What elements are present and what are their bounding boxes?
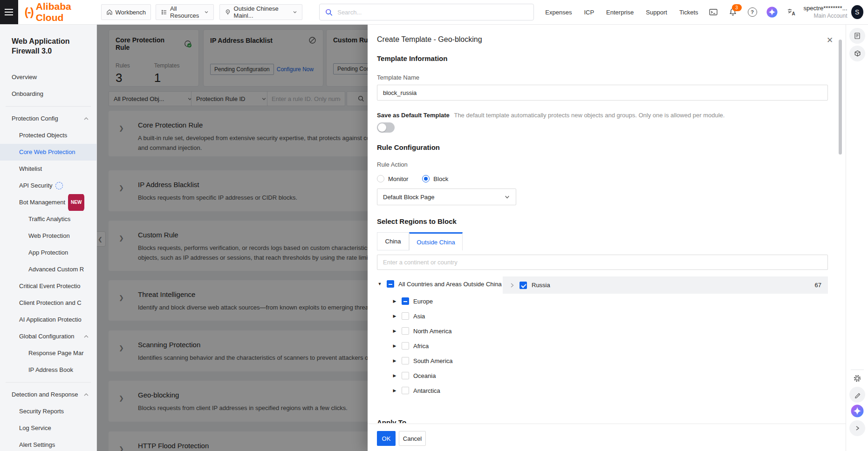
radio-block[interactable]: Block <box>422 175 448 182</box>
checkbox-indeterminate[interactable] <box>402 297 409 305</box>
sidebar-item-ai-application-protection[interactable]: AI Application Protectio <box>0 311 96 328</box>
sidebar-item-onboarding[interactable]: Onboarding <box>0 86 96 102</box>
nav-link-enterprise[interactable]: Enterprise <box>606 9 634 16</box>
help-icon[interactable]: ? <box>747 7 758 18</box>
selected-country-row[interactable]: Russia 67 <box>503 276 828 294</box>
global-search[interactable] <box>319 4 534 20</box>
notifications-bell-icon[interactable]: 3 <box>727 7 738 18</box>
cancel-button[interactable]: Cancel <box>399 431 426 446</box>
template-name-input[interactable] <box>377 85 828 101</box>
sidebar-group-global-configuration[interactable]: Global Configuration <box>0 328 96 345</box>
sidebar-group-detection-and-response[interactable]: Detection and Response <box>0 386 96 403</box>
tree-item-europe[interactable]: ▶ Europe <box>392 294 502 309</box>
tree-root-row[interactable]: ▼ All Countries and Areas Outside China <box>377 276 502 291</box>
workbench-button[interactable]: Workbench <box>101 4 151 20</box>
checkbox-indeterminate[interactable] <box>387 280 394 288</box>
sidebar-item-web-protection[interactable]: Web Protection <box>0 228 96 244</box>
sidebar-item-core-web-protection[interactable]: Core Web Protection <box>0 144 96 161</box>
block-page-select[interactable]: Default Block Page <box>377 188 516 205</box>
hamburger-menu-icon[interactable] <box>0 0 18 24</box>
sidebar-item-ip-address-book[interactable]: IP Address Book <box>0 362 96 378</box>
language-translate-icon[interactable]: A <box>786 7 797 18</box>
avatar[interactable]: S <box>851 5 863 19</box>
checkbox-unchecked[interactable] <box>402 312 409 320</box>
checkbox-checked[interactable] <box>519 282 527 289</box>
alibaba-cloud-logo[interactable]: (-) Alibaba Cloud <box>25 1 93 23</box>
checkbox-unchecked[interactable] <box>402 387 409 394</box>
account-menu[interactable]: spectre********... Main Account <box>804 5 847 20</box>
checkbox-unchecked[interactable] <box>402 372 409 379</box>
caret-collapsed-icon[interactable]: ▶ <box>392 299 397 303</box>
ok-button[interactable]: OK <box>377 431 396 446</box>
sidebar-item-security-reports[interactable]: Security Reports <box>0 403 96 420</box>
sidebar-item-whitelist[interactable]: Whitelist <box>0 161 96 177</box>
docs-panel-icon[interactable] <box>849 28 865 44</box>
nav-link-tickets[interactable]: Tickets <box>679 9 698 16</box>
tree-item-oceania[interactable]: ▶ Oceania <box>392 368 502 383</box>
sidebar-item-log-service[interactable]: Log Service <box>0 420 96 437</box>
sidebar-item-critical-event-protection[interactable]: Critical Event Protectio <box>0 278 96 295</box>
sidebar-item-api-security[interactable]: API Security <box>0 177 96 194</box>
divider <box>6 382 91 383</box>
tree-item-north-america[interactable]: ▶ North America <box>392 323 502 338</box>
settings-gear-icon[interactable] <box>849 370 865 386</box>
new-badge: NEW <box>68 194 84 211</box>
search-input[interactable] <box>336 8 528 16</box>
ai-assistant-icon[interactable] <box>766 7 778 18</box>
all-resources-dropdown[interactable]: All Resources <box>156 4 214 20</box>
sidebar-item-protected-objects[interactable]: Protected Objects <box>0 127 96 144</box>
sidebar-item-app-protection[interactable]: App Protection <box>0 244 96 261</box>
caret-collapsed-icon[interactable]: ▶ <box>392 373 397 378</box>
tree-item-antarctica[interactable]: ▶ Antarctica <box>392 383 502 398</box>
region-selector-dropdown[interactable]: Outside Chinese Mainl... <box>219 4 303 20</box>
caret-collapsed-icon[interactable]: ▶ <box>392 358 397 363</box>
caret-collapsed-icon[interactable]: ▶ <box>392 343 397 348</box>
right-rail <box>846 24 868 451</box>
close-icon[interactable]: ✕ <box>824 34 835 46</box>
sidebar-item-advanced-custom-rules[interactable]: Advanced Custom R <box>0 261 96 278</box>
collapse-rail-chevron-icon[interactable] <box>849 420 865 436</box>
top-nav: (-) Alibaba Cloud Workbench All Resource… <box>0 0 868 25</box>
nav-link-icp[interactable]: ICP <box>584 9 594 16</box>
caret-collapsed-icon[interactable]: ▶ <box>392 388 397 393</box>
sidebar-item-traffic-analytics[interactable]: Traffic Analytics <box>0 211 96 228</box>
checkbox-unchecked[interactable] <box>402 327 409 335</box>
radio-block-label: Block <box>433 175 448 182</box>
sidebar-group-protection-config[interactable]: Protection Config <box>0 110 96 127</box>
tab-china[interactable]: China <box>377 232 409 250</box>
sidebar-item-response-page-management[interactable]: Response Page Mar <box>0 345 96 362</box>
checkbox-unchecked[interactable] <box>402 357 409 364</box>
chevron-right-icon[interactable] <box>509 283 515 288</box>
section-rule-configuration: Rule Configuration <box>377 143 440 151</box>
sidebar-item-bot-management[interactable]: Bot ManagementNEW <box>0 194 96 211</box>
radio-monitor-label: Monitor <box>388 175 408 182</box>
caret-collapsed-icon[interactable]: ▶ <box>392 329 397 333</box>
tree-item-label: Europe <box>413 298 433 305</box>
sidebar-item-alert-settings[interactable]: Alert Settings <box>0 437 96 451</box>
nav-link-support[interactable]: Support <box>646 9 667 16</box>
logo-text: Alibaba Cloud <box>36 1 93 23</box>
sidebar-item-overview[interactable]: Overview <box>0 69 96 86</box>
tree-item-south-america[interactable]: ▶ South America <box>392 353 502 368</box>
feedback-pencil-icon[interactable] <box>849 387 865 403</box>
nav-link-expenses[interactable]: Expenses <box>545 9 572 16</box>
checkbox-unchecked[interactable] <box>402 342 409 350</box>
modal-scrollbar-thumb[interactable] <box>839 40 842 155</box>
region-search-input[interactable] <box>377 255 828 270</box>
tab-outside-china[interactable]: Outside China <box>409 232 463 250</box>
ai-assistant-icon[interactable] <box>849 403 865 419</box>
sidebar-item-client-protection[interactable]: Client Protection and C <box>0 295 96 311</box>
default-template-toggle[interactable] <box>377 122 395 133</box>
logo-mark-icon: (-) <box>25 6 33 19</box>
caret-expanded-icon[interactable]: ▼ <box>377 282 383 286</box>
page-title: Web Application Firewall 3.0 <box>12 36 96 56</box>
divider <box>851 370 864 370</box>
resources-panel-icon[interactable] <box>849 46 865 61</box>
console-terminal-icon[interactable] <box>708 7 719 18</box>
account-name: spectre********... <box>804 5 847 12</box>
radio-monitor[interactable]: Monitor <box>377 175 408 182</box>
block-page-value: Default Block Page <box>383 194 435 201</box>
tree-item-asia[interactable]: ▶ Asia <box>392 309 502 323</box>
caret-collapsed-icon[interactable]: ▶ <box>392 314 397 318</box>
tree-item-africa[interactable]: ▶ Africa <box>392 338 502 353</box>
